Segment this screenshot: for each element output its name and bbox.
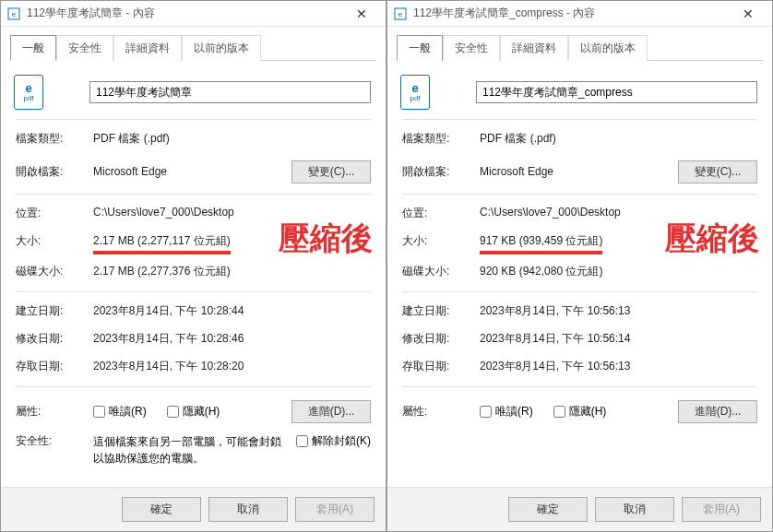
checkbox-readonly[interactable]: 唯讀(R)	[93, 404, 147, 420]
tab-panel-general: epdf 檔案類型: PDF 檔案 (.pdf) 開啟檔案: Microsoft…	[10, 60, 376, 487]
tab-security[interactable]: 安全性	[443, 35, 500, 61]
value-location: C:\Users\love7_000\Desktop	[480, 206, 757, 219]
advanced-button[interactable]: 進階(D)...	[678, 400, 757, 423]
value-size: 917 KB (939,459 位元組)	[480, 233, 757, 254]
value-opens: Microsoft Edge	[480, 165, 678, 178]
checkbox-readonly[interactable]: 唯讀(R)	[480, 404, 533, 420]
label-security: 安全性:	[16, 433, 93, 449]
label-disk: 磁碟大小:	[402, 264, 480, 279]
checkbox-unblock[interactable]: 解除封鎖(K)	[296, 433, 371, 449]
file-icon-small: e	[393, 6, 408, 21]
properties-dialog-left: e 112學年度考試簡章 - 內容 ✕ 一般 安全性 詳細資料 以前的版本 ep…	[0, 0, 386, 532]
apply-button[interactable]: 套用(A)	[295, 497, 375, 522]
value-modified: 2023年8月14日, 下午 10:28:46	[93, 331, 371, 347]
value-security: 這個檔案來自另一部電腦，可能會封鎖以協助保護您的電腦。	[93, 433, 296, 467]
tab-versions[interactable]: 以前的版本	[182, 35, 261, 61]
properties-dialog-right: e 112學年度考試簡章_compress - 內容 ✕ 一般 安全性 詳細資料…	[386, 0, 773, 532]
value-accessed: 2023年8月14日, 下午 10:56:13	[480, 359, 757, 374]
apply-button[interactable]: 套用(A)	[682, 497, 761, 522]
label-accessed: 存取日期:	[16, 359, 93, 374]
label-created: 建立日期:	[402, 303, 480, 319]
close-icon[interactable]: ✕	[343, 1, 380, 26]
label-attributes: 屬性:	[402, 404, 480, 420]
tab-security[interactable]: 安全性	[56, 35, 113, 61]
label-disk: 磁碟大小:	[16, 264, 93, 279]
value-created: 2023年8月14日, 下午 10:28:44	[93, 303, 371, 319]
tab-panel-general: epdf 檔案類型: PDF 檔案 (.pdf) 開啟檔案: Microsoft…	[397, 60, 763, 487]
label-created: 建立日期:	[16, 303, 93, 319]
dialog-footer: 確定 取消 套用(A)	[387, 487, 772, 531]
label-size: 大小:	[16, 233, 93, 249]
change-button[interactable]: 變更(C)...	[291, 160, 371, 183]
tab-strip: 一般 安全性 詳細資料 以前的版本	[387, 27, 772, 60]
label-location: 位置:	[402, 206, 480, 221]
value-modified: 2023年8月14日, 下午 10:56:14	[480, 331, 757, 347]
value-disk: 920 KB (942,080 位元組)	[480, 264, 757, 279]
advanced-button[interactable]: 進階(D)...	[291, 400, 371, 423]
value-size: 2.17 MB (2,277,117 位元組)	[93, 233, 371, 254]
cancel-button[interactable]: 取消	[208, 497, 288, 522]
label-size: 大小:	[402, 233, 480, 249]
label-modified: 修改日期:	[16, 331, 93, 347]
filename-input[interactable]	[89, 81, 371, 103]
checkbox-hidden[interactable]: 隱藏(H)	[167, 404, 220, 420]
titlebar: e 112學年度考試簡章_compress - 內容 ✕	[387, 1, 772, 27]
value-opens: Microsoft Edge	[93, 165, 291, 178]
label-type: 檔案類型:	[16, 131, 93, 147]
file-icon-small: e	[6, 6, 21, 21]
label-opens: 開啟檔案:	[16, 164, 93, 180]
tab-details[interactable]: 詳細資料	[500, 35, 568, 61]
pdf-icon: epdf	[400, 75, 430, 110]
change-button[interactable]: 變更(C)...	[678, 160, 757, 183]
value-disk: 2.17 MB (2,277,376 位元組)	[93, 264, 371, 279]
filename-input[interactable]	[476, 81, 757, 103]
tab-details[interactable]: 詳細資料	[113, 35, 182, 61]
tab-versions[interactable]: 以前的版本	[568, 35, 648, 61]
label-modified: 修改日期:	[402, 331, 480, 347]
svg-text:e: e	[12, 10, 17, 18]
label-type: 檔案類型:	[402, 131, 480, 147]
checkbox-hidden[interactable]: 隱藏(H)	[553, 404, 607, 420]
tab-general[interactable]: 一般	[397, 35, 443, 61]
pdf-icon: epdf	[14, 75, 43, 110]
ok-button[interactable]: 確定	[122, 497, 201, 522]
tab-general[interactable]: 一般	[10, 35, 56, 61]
value-created: 2023年8月14日, 下午 10:56:13	[480, 303, 757, 319]
value-accessed: 2023年8月14日, 下午 10:28:20	[93, 359, 371, 374]
value-type: PDF 檔案 (.pdf)	[93, 131, 371, 147]
svg-text:e: e	[398, 10, 403, 18]
value-type: PDF 檔案 (.pdf)	[480, 131, 757, 147]
ok-button[interactable]: 確定	[508, 497, 588, 522]
cancel-button[interactable]: 取消	[595, 497, 674, 522]
label-opens: 開啟檔案:	[402, 164, 480, 180]
label-location: 位置:	[16, 206, 93, 221]
titlebar: e 112學年度考試簡章 - 內容 ✕	[1, 1, 386, 27]
label-accessed: 存取日期:	[402, 359, 480, 374]
window-title: 112學年度考試簡章_compress - 內容	[413, 6, 730, 21]
dialog-footer: 確定 取消 套用(A)	[1, 487, 386, 531]
tab-strip: 一般 安全性 詳細資料 以前的版本	[1, 27, 386, 60]
close-icon[interactable]: ✕	[730, 1, 767, 26]
window-title: 112學年度考試簡章 - 內容	[27, 6, 343, 21]
label-attributes: 屬性:	[16, 404, 93, 420]
value-location: C:\Users\love7_000\Desktop	[93, 206, 371, 219]
